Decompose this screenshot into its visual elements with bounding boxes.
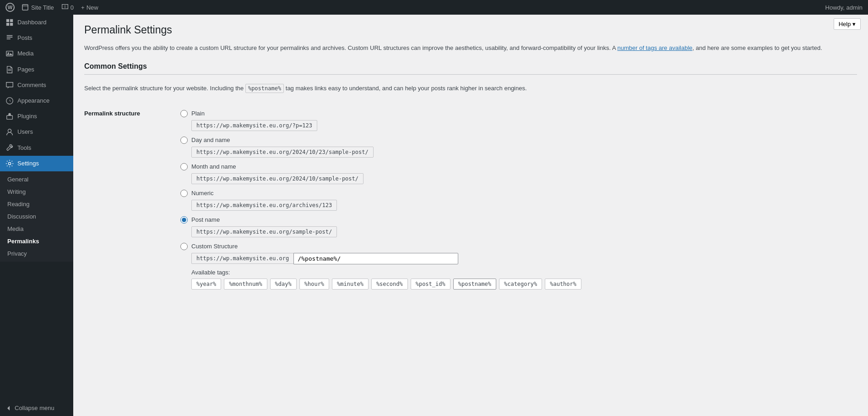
page-title: Permalink Settings <box>84 24 857 36</box>
sidebar-label-users: Users <box>17 128 33 136</box>
available-tags-label: Available tags: <box>191 269 857 276</box>
submenu-item-media-settings[interactable]: Media <box>0 223 73 235</box>
tag-second[interactable]: %second% <box>371 279 408 290</box>
svg-point-14 <box>8 129 11 132</box>
available-tags-list: %year% %monthnum% %day% %hour% %minute% … <box>191 279 857 290</box>
sidebar-label-posts: Posts <box>17 34 33 42</box>
tag-author[interactable]: %author% <box>545 279 581 290</box>
sidebar-menu: Dashboard Posts Media Pages Comments App… <box>0 15 73 171</box>
comments-toolbar-icon[interactable]: 0 0 <box>61 4 74 11</box>
help-button[interactable]: Help ▾ <box>834 18 861 30</box>
wp-logo[interactable]: W <box>5 3 15 12</box>
tag-day[interactable]: %day% <box>270 279 297 290</box>
label-month-name-text: Month and name <box>191 163 236 170</box>
radio-numeric[interactable] <box>180 190 188 197</box>
sidebar-label-appearance: Appearance <box>17 97 49 105</box>
sidebar-label-pages: Pages <box>17 66 34 74</box>
svg-text:W: W <box>8 5 13 10</box>
label-post-name-text: Post name <box>191 216 220 223</box>
svg-rect-6 <box>10 19 13 22</box>
sidebar-item-appearance[interactable]: Appearance <box>0 93 73 109</box>
permalink-settings-table: Permalink structure Plain https://wp.mak… <box>84 104 857 301</box>
label-custom-text: Custom Structure <box>191 243 238 250</box>
svg-point-15 <box>8 162 11 164</box>
option-numeric: Numeric https://wp.makemysite.eu.org/arc… <box>180 190 857 211</box>
howdy-text: Howdy, admin <box>825 4 863 11</box>
new-toolbar-button[interactable]: + New <box>81 4 98 11</box>
main-content: Permalink Settings WordPress offers you … <box>73 15 868 416</box>
submenu-item-reading[interactable]: Reading <box>0 198 73 210</box>
site-name[interactable]: Site Title <box>22 4 54 11</box>
option-month-name: Month and name https://wp.makemysite.eu.… <box>180 163 857 184</box>
permalink-structure-row: Permalink structure Plain https://wp.mak… <box>84 104 857 301</box>
custom-base-url: https://wp.makemysite.eu.org <box>191 253 293 264</box>
custom-structure-input[interactable] <box>293 253 458 264</box>
label-numeric-text: Numeric <box>191 190 213 197</box>
sidebar-item-plugins[interactable]: Plugins <box>0 109 73 124</box>
label-custom[interactable]: Custom Structure <box>180 243 857 250</box>
submenu-item-writing[interactable]: Writing <box>0 186 73 198</box>
tag-minute[interactable]: %minute% <box>332 279 369 290</box>
label-day-name[interactable]: Day and name <box>180 137 857 144</box>
label-plain-text: Plain <box>191 110 205 117</box>
collapse-menu-label: Collapse menu <box>15 405 54 411</box>
radio-custom[interactable] <box>180 243 188 250</box>
tag-monthnum[interactable]: %monthnum% <box>224 279 267 290</box>
svg-rect-5 <box>6 19 9 22</box>
label-post-name[interactable]: Post name <box>180 216 857 224</box>
custom-structure-input-row: https://wp.makemysite.eu.org <box>191 253 857 264</box>
svg-rect-8 <box>10 23 13 26</box>
sidebar-item-posts[interactable]: Posts <box>0 30 73 46</box>
url-numeric: https://wp.makemysite.eu.org/archives/12… <box>191 200 337 211</box>
svg-rect-13 <box>7 115 13 119</box>
collapse-menu-button[interactable]: Collapse menu <box>0 400 73 416</box>
tag-hour[interactable]: %hour% <box>299 279 329 290</box>
radio-day-name[interactable] <box>180 137 188 144</box>
url-day-name: https://wp.makemysite.eu.org/2024/10/23/… <box>191 147 374 158</box>
url-month-name: https://wp.makemysite.eu.org/2024/10/sam… <box>191 173 363 184</box>
option-plain: Plain https://wp.makemysite.eu.org/?p=12… <box>180 110 857 131</box>
sidebar-item-pages[interactable]: Pages <box>0 62 73 77</box>
option-day-name: Day and name https://wp.makemysite.eu.or… <box>180 137 857 158</box>
label-day-name-text: Day and name <box>191 137 230 143</box>
label-plain[interactable]: Plain <box>180 110 857 117</box>
sidebar-label-comments: Comments <box>17 81 46 89</box>
sidebar-item-media[interactable]: Media <box>0 46 73 61</box>
tags-available-link[interactable]: number of tags are available <box>617 44 692 51</box>
radio-plain[interactable] <box>180 110 188 117</box>
sidebar-label-settings: Settings <box>17 159 39 168</box>
label-numeric[interactable]: Numeric <box>180 190 857 197</box>
settings-arrow-indicator <box>70 160 73 167</box>
svg-text:0: 0 <box>64 5 66 9</box>
tag-category[interactable]: %category% <box>499 279 542 290</box>
option-post-name: Post name https://wp.makemysite.eu.org/s… <box>180 216 857 237</box>
common-settings-heading: Common Settings <box>84 62 857 75</box>
tag-post-id[interactable]: %post_id% <box>411 279 450 290</box>
submenu-item-general[interactable]: General <box>0 173 73 186</box>
radio-post-name[interactable] <box>180 216 188 224</box>
sidebar-label-plugins: Plugins <box>17 112 37 120</box>
tag-year[interactable]: %year% <box>191 279 221 290</box>
url-plain: https://wp.makemysite.eu.org/?p=123 <box>191 120 317 131</box>
settings-submenu: General Writing Reading Discussion Media… <box>0 171 73 262</box>
admin-bar: W Site Title 0 0 + New Howdy, admin <box>0 0 868 15</box>
sidebar-label-media: Media <box>17 49 33 58</box>
sidebar-item-users[interactable]: Users <box>0 124 73 140</box>
sidebar-label-dashboard: Dashboard <box>17 18 47 27</box>
sidebar-item-settings[interactable]: Settings <box>0 156 73 171</box>
intro-paragraph: WordPress offers you the ability to crea… <box>84 44 857 53</box>
radio-month-name[interactable] <box>180 163 188 170</box>
permalink-description: Select the permalink structure for your … <box>84 84 857 93</box>
sidebar-item-dashboard[interactable]: Dashboard <box>0 15 73 30</box>
submenu-item-permalinks[interactable]: Permalinks <box>0 235 73 247</box>
svg-rect-2 <box>22 5 28 10</box>
submenu-item-privacy[interactable]: Privacy <box>0 247 73 260</box>
svg-rect-7 <box>6 23 9 26</box>
label-month-name[interactable]: Month and name <box>180 163 857 170</box>
submenu-item-discussion[interactable]: Discussion <box>0 210 73 223</box>
sidebar-item-tools[interactable]: Tools <box>0 140 73 156</box>
url-post-name: https://wp.makemysite.eu.org/sample-post… <box>191 226 337 237</box>
tag-postname[interactable]: %postname% <box>453 279 496 290</box>
admin-sidebar: Dashboard Posts Media Pages Comments App… <box>0 15 73 416</box>
sidebar-item-comments[interactable]: Comments <box>0 77 73 93</box>
